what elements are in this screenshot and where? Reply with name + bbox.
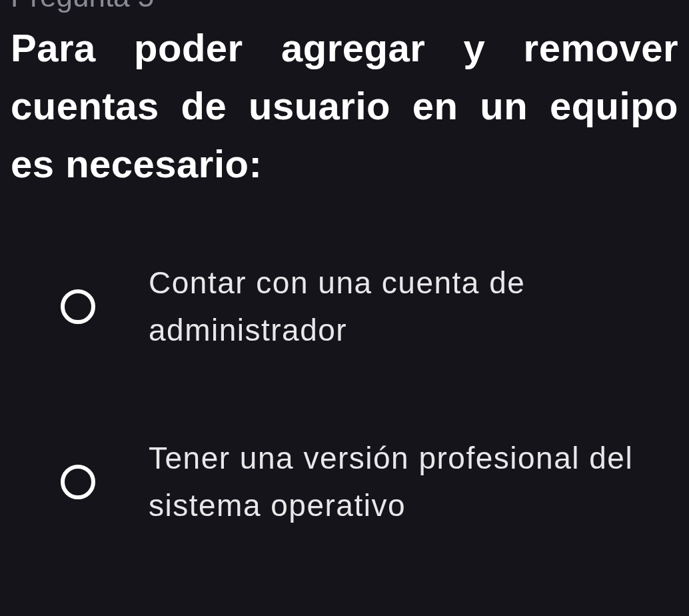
- option-1[interactable]: Contar con una cuenta de administrador: [61, 259, 658, 355]
- radio-icon: [61, 289, 95, 324]
- option-label: Tener una versión profesional del sistem…: [149, 435, 658, 530]
- options-list: Contar con una cuenta de administrador T…: [11, 259, 678, 616]
- radio-icon: [61, 465, 95, 499]
- option-label: Tener permisos de modificación del siste…: [149, 609, 658, 616]
- option-3[interactable]: Tener permisos de modificación del siste…: [61, 609, 658, 616]
- question-text: Para poder agregar y remover cuentas de …: [11, 19, 678, 193]
- option-2[interactable]: Tener una versión profesional del sistem…: [61, 435, 658, 530]
- option-label: Contar con una cuenta de administrador: [149, 259, 658, 355]
- question-number: Pregunta 5: [11, 0, 678, 13]
